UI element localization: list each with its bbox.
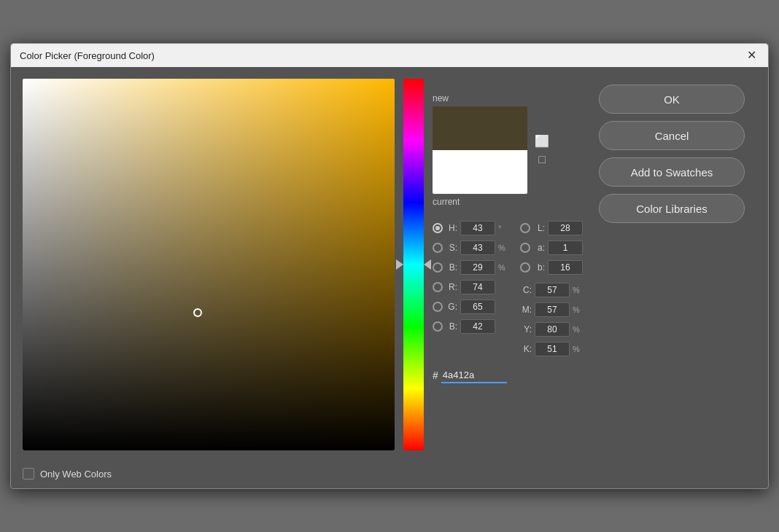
radio-a[interactable] [520, 243, 530, 253]
color-gradient-picker[interactable] [23, 79, 395, 450]
input-s[interactable] [460, 240, 495, 255]
unit-k: % [573, 345, 583, 353]
cmyk-row-y: Y: % [520, 321, 583, 337]
current-label: current [433, 197, 460, 207]
hue-slider[interactable] [403, 79, 424, 450]
hex-label: # [433, 369, 438, 381]
preview-box-wrap: ⬜ □ [433, 106, 527, 194]
field-row-s: S: % [433, 240, 508, 256]
fields-main: H: ° S: % B: [433, 220, 508, 357]
unit-c: % [573, 286, 583, 294]
input-b[interactable] [460, 260, 495, 275]
ok-button[interactable]: OK [599, 85, 745, 114]
field-row-h: H: ° [433, 220, 508, 236]
hex-row: # [433, 367, 578, 383]
all-fields: H: ° S: % B: [433, 220, 578, 357]
dialog-title: Color Picker (Foreground Color) [20, 50, 155, 61]
input-l[interactable] [548, 221, 583, 235]
label-r: R: [446, 282, 457, 292]
cube-icon: ⬜ [535, 133, 549, 148]
input-b2[interactable] [460, 319, 495, 334]
label-g: G: [446, 302, 457, 312]
hex-input[interactable] [441, 367, 507, 383]
title-bar: Color Picker (Foreground Color) ✕ [11, 44, 768, 67]
input-r[interactable] [460, 280, 495, 294]
hue-slider-wrap [403, 79, 424, 450]
label-b3: b: [533, 262, 545, 273]
color-preview-area: new ⬜ □ current [433, 93, 578, 207]
field-row-r: R: [433, 279, 508, 295]
color-libraries-button[interactable]: Color Libraries [599, 194, 745, 223]
label-m: M: [520, 305, 532, 315]
field-row-g: G: [433, 299, 508, 315]
dialog-body: new ⬜ □ current H: [11, 67, 768, 462]
label-b2: B: [446, 321, 457, 332]
web-colors-label: Only Web Colors [40, 469, 112, 480]
input-a[interactable] [548, 240, 583, 255]
field-row-b3: b: [520, 259, 583, 275]
label-y: Y: [520, 324, 532, 335]
label-k: K: [520, 344, 532, 354]
cmyk-row-c: C: % [520, 282, 583, 298]
label-s: S: [446, 243, 457, 253]
new-label: new [433, 93, 449, 103]
unit-y: % [573, 325, 583, 334]
input-k[interactable] [535, 342, 570, 356]
fields-lab: L: a: b: [520, 220, 583, 357]
field-row-a: a: [520, 240, 583, 256]
input-m[interactable] [535, 302, 570, 317]
label-b: B: [446, 262, 457, 273]
radio-s[interactable] [433, 243, 443, 253]
radio-r[interactable] [433, 282, 443, 292]
preview-new-color[interactable] [433, 106, 527, 150]
square-icon: □ [535, 152, 549, 167]
radio-b2[interactable] [433, 321, 443, 332]
label-h: H: [446, 223, 457, 233]
unit-m: % [573, 305, 583, 314]
preview-current-color[interactable] [433, 150, 527, 194]
gradient-dark [23, 79, 395, 450]
input-h[interactable] [460, 221, 495, 235]
radio-h[interactable] [433, 223, 443, 233]
cmyk-row-m: M: % [520, 302, 583, 318]
input-g[interactable] [460, 300, 495, 314]
color-picker-dialog: Color Picker (Foreground Color) ✕ new [10, 43, 769, 489]
label-a: a: [533, 243, 545, 253]
input-y[interactable] [535, 322, 570, 337]
input-c[interactable] [535, 283, 570, 297]
cmyk-row-k: K: % [520, 341, 583, 357]
radio-b[interactable] [433, 262, 443, 273]
cancel-button[interactable]: Cancel [599, 121, 745, 150]
input-b3[interactable] [548, 260, 583, 275]
right-section: OK Cancel Add to Swatches Color Librarie… [587, 79, 756, 450]
field-row-l: L: [520, 220, 583, 236]
unit-h: ° [498, 224, 508, 232]
unit-s: % [498, 243, 508, 252]
color-gradient-canvas[interactable] [23, 79, 395, 450]
label-l: L: [533, 223, 545, 233]
radio-b3[interactable] [520, 262, 530, 273]
radio-g[interactable] [433, 302, 443, 312]
add-to-swatches-button[interactable]: Add to Swatches [599, 157, 745, 187]
middle-section: new ⬜ □ current H: [433, 79, 578, 450]
preview-icons: ⬜ □ [535, 133, 549, 167]
close-button[interactable]: ✕ [744, 48, 759, 63]
hue-arrow-right [424, 259, 431, 270]
hue-arrow-left [396, 259, 403, 270]
bottom-bar: Only Web Colors [11, 462, 768, 488]
web-colors-checkbox[interactable] [23, 468, 34, 480]
label-c: C: [520, 285, 532, 295]
field-row-b2: B: [433, 318, 508, 335]
field-row-b: B: % [433, 259, 508, 275]
radio-l[interactable] [520, 223, 530, 233]
unit-b: % [498, 263, 508, 272]
